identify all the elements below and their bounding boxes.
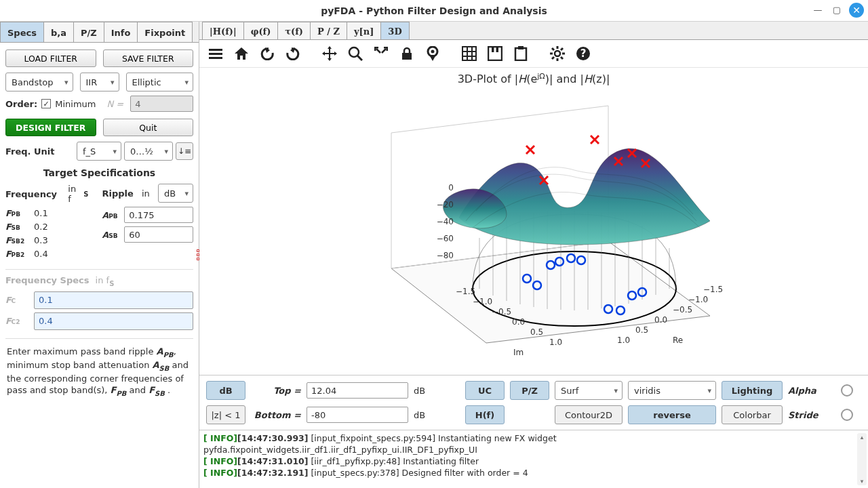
bottom-unit: dB [414, 410, 441, 420]
window-title: pyFDA - Python Filter Design and Analysi… [321, 5, 547, 16]
grid-icon[interactable] [460, 44, 479, 63]
surface-select[interactable]: Surf [555, 381, 623, 400]
svg-line-38 [561, 48, 563, 50]
sort-icon[interactable]: ↓≡ [176, 142, 193, 160]
svg-rect-1 [209, 53, 222, 55]
fsb-value[interactable]: 0.2 [34, 222, 89, 232]
plot-tabs: |H(f)| φ(f) τ(f) P / Z y[n] 3D [199, 22, 868, 40]
undo-icon[interactable] [258, 44, 277, 63]
home-icon[interactable] [232, 44, 251, 63]
order-min-checkbox[interactable]: ✓ [41, 99, 51, 108]
tab-pz2[interactable]: P / Z [310, 22, 347, 39]
opt-reverse[interactable]: reverse [628, 405, 716, 424]
opt-db[interactable]: dB [206, 381, 245, 400]
svg-marker-8 [328, 46, 332, 49]
vertical-splitter-icon[interactable] [528, 430, 539, 430]
opt-hf[interactable]: H(f) [465, 405, 505, 424]
input-tabs: Specs b,a P/Z Info Fixpoint [0, 22, 199, 43]
svg-marker-11 [334, 52, 337, 56]
redo-icon[interactable] [283, 44, 302, 63]
apb-input[interactable]: 0.175 [124, 207, 193, 223]
close-icon[interactable]: ✕ [849, 3, 864, 18]
svg-rect-27 [496, 47, 499, 52]
tab-ba[interactable]: b,a [43, 22, 74, 42]
opt-pz[interactable]: P/Z [510, 381, 549, 400]
svg-text:0.0: 0.0 [512, 317, 525, 327]
freq-unit-select[interactable]: f_S [77, 142, 121, 161]
plot-title: 3D-Plot of |H(ejΩ)| and |H(z)| [199, 72, 868, 85]
svg-marker-3 [235, 47, 248, 60]
top-input[interactable]: 12.04 [307, 382, 408, 399]
svg-rect-16 [402, 53, 412, 60]
svg-rect-29 [518, 46, 524, 49]
order-n-input[interactable]: 4 [130, 96, 193, 112]
plot-area[interactable]: 3D-Plot of |H(ejΩ)| and |H(z)| [199, 68, 868, 375]
svg-line-35 [552, 48, 554, 50]
svg-text:−80: −80 [437, 251, 454, 260]
design-filter-button[interactable]: DESIGN FILTER [5, 119, 96, 136]
filter-kind-select[interactable]: IIR [80, 73, 119, 92]
stride-dial[interactable] [841, 409, 853, 421]
fc2-input[interactable]: 0.4 [34, 312, 193, 330]
opt-lighting[interactable]: Lighting [722, 381, 783, 400]
marker-icon[interactable] [423, 44, 442, 63]
opt-colorbar[interactable]: Colorbar [722, 405, 783, 424]
svg-marker-19 [429, 55, 436, 61]
tab-specs[interactable]: Specs [0, 22, 44, 42]
zoom-icon[interactable] [346, 44, 365, 63]
tab-phi[interactable]: φ(f) [243, 22, 279, 39]
svg-rect-28 [515, 48, 526, 60]
help-icon[interactable]: ? [574, 44, 593, 63]
svg-text:Re: Re [673, 336, 683, 345]
svg-point-30 [555, 51, 560, 56]
tab-hf[interactable]: |H(f)| [202, 22, 244, 39]
fpb-value[interactable]: 0.1 [34, 208, 89, 218]
log-scrollbar[interactable]: ▴▾ [857, 433, 867, 485]
log-area[interactable]: [ INFO][14:47:30.993] [input_fixpoint_sp… [199, 430, 868, 488]
gear-icon[interactable] [548, 44, 567, 63]
fsb2-value[interactable]: 0.3 [34, 235, 89, 245]
freq-range-select[interactable]: 0…½ [124, 142, 173, 161]
bottom-input[interactable]: -80 [307, 407, 408, 423]
lock-icon[interactable] [397, 44, 416, 63]
clipboard-icon[interactable] [511, 44, 530, 63]
pan-icon[interactable] [320, 44, 339, 63]
tab-tau[interactable]: τ(f) [277, 22, 311, 39]
tab-pz[interactable]: P/Z [73, 22, 104, 42]
svg-rect-26 [492, 47, 494, 52]
save-filter-button[interactable]: SAVE FILTER [103, 49, 194, 67]
svg-line-15 [382, 49, 386, 53]
tab-fixpoint[interactable]: Fixpoint [137, 22, 193, 42]
load-filter-button[interactable]: LOAD FILTER [5, 49, 96, 67]
tab-yn[interactable]: y[n] [347, 22, 381, 39]
menu-icon[interactable] [206, 44, 225, 63]
tab-info[interactable]: Info [104, 22, 138, 42]
minimize-icon[interactable]: — [811, 3, 825, 16]
help-text: Enter maximum pass band ripple APB, mini… [5, 338, 193, 404]
opt-zlt1[interactable]: |z| < 1 [206, 405, 245, 424]
svg-text:0: 0 [448, 183, 454, 192]
opt-contour[interactable]: Contour2D [555, 405, 623, 424]
fc-input[interactable]: 0.1 [34, 291, 193, 309]
opt-uc[interactable]: UC [465, 381, 505, 400]
alpha-dial[interactable] [841, 384, 853, 396]
plot-toolbar: ? [199, 40, 868, 68]
ripple-unit-select[interactable]: dB [158, 184, 193, 203]
svg-text:−0.5: −0.5 [492, 307, 511, 317]
freq-specs-title: Frequency Specs in fS [5, 275, 193, 287]
frequency-header: Frequency in fS [5, 184, 89, 204]
specs-panel: Specs b,a P/Z Info Fixpoint LOAD FILTER … [0, 22, 199, 488]
quit-button[interactable]: Quit [103, 119, 194, 136]
design-method-select[interactable]: Elliptic [126, 73, 194, 92]
fullscreen-icon[interactable] [372, 44, 391, 63]
maximize-icon[interactable]: ▢ [830, 3, 844, 16]
stride-label: Stride [788, 410, 835, 420]
fpb2-value[interactable]: 0.4 [34, 249, 89, 259]
svg-line-37 [552, 57, 554, 59]
svg-marker-9 [328, 58, 332, 61]
asb-input[interactable]: 60 [124, 226, 193, 243]
tab-3d[interactable]: 3D [380, 22, 409, 39]
response-type-select[interactable]: Bandstop [5, 73, 73, 92]
colormap-select[interactable]: viridis [628, 381, 716, 400]
save-icon[interactable] [486, 44, 505, 63]
